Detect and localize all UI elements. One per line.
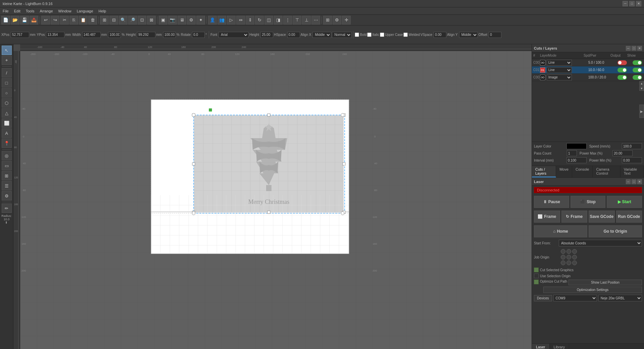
interval-input[interactable] bbox=[566, 157, 587, 163]
layer-row-c00-line[interactable]: C00 00 Line 5.0 / 100.0 bbox=[532, 59, 644, 66]
draw-rect-tool[interactable]: □ bbox=[2, 78, 12, 88]
crosshair-button[interactable]: ✛ bbox=[342, 16, 351, 24]
draw-polygon-tool[interactable]: ⬡ bbox=[2, 98, 12, 108]
screen-button[interactable]: 🖥 bbox=[178, 16, 186, 24]
round-rect-tool[interactable]: ▭ bbox=[2, 161, 12, 170]
path-button[interactable]: ⚙ bbox=[187, 16, 196, 24]
menu-tools[interactable]: Tools bbox=[23, 8, 37, 14]
ungroup-button[interactable]: ⊟ bbox=[109, 16, 118, 24]
hspace-input[interactable] bbox=[287, 32, 300, 38]
cuts-layers-close[interactable]: ✕ bbox=[637, 46, 642, 51]
output-toggle-2[interactable] bbox=[617, 75, 627, 80]
power-max-input[interactable] bbox=[612, 150, 633, 156]
show-toggle-2[interactable] bbox=[633, 75, 642, 80]
origin-dot-ml[interactable] bbox=[561, 255, 565, 259]
rotate-cw-button[interactable]: ↻ bbox=[255, 16, 264, 24]
goto-origin-button[interactable]: Go to Origin bbox=[589, 225, 642, 237]
draw-ellipse-tool[interactable]: ○ bbox=[2, 88, 12, 98]
menu-language[interactable]: Language bbox=[74, 8, 96, 14]
width-pct-input[interactable] bbox=[108, 32, 121, 38]
user1-button[interactable]: 👤 bbox=[208, 16, 217, 24]
tab-library[interactable]: Library bbox=[550, 344, 569, 349]
laser-float[interactable]: □ bbox=[632, 179, 636, 184]
width-input[interactable] bbox=[82, 32, 101, 38]
close-button[interactable]: ✕ bbox=[636, 1, 641, 6]
color-swatch-2[interactable]: 00 bbox=[540, 75, 545, 80]
mode-select-2[interactable]: Image bbox=[547, 74, 572, 80]
new-button[interactable]: 📄 bbox=[1, 16, 10, 24]
show-toggle-1[interactable] bbox=[633, 68, 642, 72]
power-min-input[interactable] bbox=[622, 157, 642, 163]
delete-button[interactable]: 🗑 bbox=[88, 16, 97, 24]
layer-row-c01-line[interactable]: C01 01 Line 10.0 / 60.0 bbox=[532, 66, 644, 74]
nodes-button[interactable]: ✦ bbox=[196, 16, 205, 24]
cuts-layers-float[interactable]: □ bbox=[632, 46, 636, 51]
tab-camera-control[interactable]: Camera Control bbox=[593, 166, 620, 177]
layer-color-picker[interactable] bbox=[566, 143, 587, 149]
pen-tool[interactable]: ✏ bbox=[2, 203, 12, 213]
font-select[interactable]: Arial bbox=[218, 32, 249, 38]
canvas-area[interactable]: -100 -40 40 80 120 160 200 240 -40 0 40 … bbox=[13, 44, 532, 349]
zoom-in-button[interactable]: 🔎 bbox=[128, 16, 137, 24]
settings-button[interactable]: ⚙ bbox=[333, 16, 341, 24]
align-right-button[interactable]: ◨ bbox=[274, 16, 283, 24]
show-toggle-0[interactable] bbox=[633, 60, 642, 65]
origin-dot-tr[interactable] bbox=[572, 249, 577, 254]
frame-button-1[interactable]: ⬜ Frame bbox=[534, 211, 560, 223]
save-gcode-button[interactable]: Save GCode bbox=[589, 211, 615, 223]
cut-button[interactable]: ✂ bbox=[60, 16, 69, 24]
uppercase-check[interactable] bbox=[380, 33, 384, 37]
tab-variable-text[interactable]: Variable Text bbox=[621, 166, 644, 177]
shape-button[interactable]: ▷ bbox=[227, 16, 236, 24]
layer-row-c00-image[interactable]: C00 00 Image 100.0 / 20.0 bbox=[532, 74, 644, 81]
menu-edit[interactable]: Edit bbox=[11, 8, 23, 14]
origin-dot-tl[interactable] bbox=[561, 249, 565, 254]
align-bottom-button[interactable]: ⊥ bbox=[302, 16, 311, 24]
italic-check[interactable] bbox=[367, 33, 371, 37]
home-button[interactable]: ⌂ Home bbox=[534, 225, 587, 237]
laser-minimize[interactable]: ─ bbox=[626, 179, 631, 184]
machine-select[interactable]: Neje 20w GRBL bbox=[598, 295, 642, 301]
menu-file[interactable]: File bbox=[0, 8, 11, 14]
flip-v-button[interactable]: ⇕ bbox=[246, 16, 254, 24]
pause-button[interactable]: ⏸ Pause bbox=[534, 196, 569, 208]
style-select[interactable]: Normal bbox=[332, 32, 352, 38]
work-area[interactable]: Merry Christmas bbox=[20, 51, 532, 349]
laser-close[interactable]: ✕ bbox=[637, 179, 642, 184]
align-x-select[interactable]: Middle bbox=[312, 32, 331, 38]
origin-dot-mr[interactable] bbox=[572, 255, 577, 259]
draw-frame-tool[interactable]: ⬜ bbox=[2, 118, 12, 128]
undo-button[interactable]: ↩ bbox=[41, 16, 50, 24]
offset-input[interactable] bbox=[489, 32, 501, 38]
tab-move[interactable]: Move bbox=[556, 166, 572, 177]
output-toggle-1[interactable] bbox=[617, 68, 627, 72]
text-tool[interactable]: A bbox=[2, 128, 12, 138]
copy-button[interactable]: ⎘ bbox=[69, 16, 78, 24]
grid-button[interactable]: ⊞ bbox=[323, 16, 332, 24]
origin-dot-tc[interactable] bbox=[566, 249, 571, 254]
run-gcode-button[interactable]: Run GCode bbox=[616, 211, 642, 223]
start-button[interactable]: ▶ Start bbox=[607, 196, 642, 208]
origin-dot-mc[interactable] bbox=[566, 255, 571, 259]
menu-help[interactable]: Help bbox=[96, 8, 109, 14]
user2-button[interactable]: 👥 bbox=[217, 16, 226, 24]
cut-selected-indicator[interactable] bbox=[534, 268, 539, 272]
welded-check[interactable] bbox=[403, 33, 408, 37]
tab-console[interactable]: Console bbox=[572, 166, 593, 177]
menu-window[interactable]: Window bbox=[56, 8, 74, 14]
draw-triangle-tool[interactable]: △ bbox=[2, 108, 12, 118]
settings2-tool[interactable]: ⚙ bbox=[2, 191, 12, 200]
layers-tool[interactable]: ☰ bbox=[2, 181, 12, 190]
paste-button[interactable]: 📋 bbox=[79, 16, 88, 24]
save-as-button[interactable]: 📤 bbox=[30, 16, 38, 24]
height-pct-input[interactable] bbox=[163, 32, 176, 38]
flip-h-button[interactable]: ⇔ bbox=[236, 16, 245, 24]
output-toggle-0[interactable] bbox=[617, 60, 627, 65]
circle-tool[interactable]: ◎ bbox=[2, 151, 12, 160]
rotate-input[interactable] bbox=[192, 32, 205, 38]
font-height-input[interactable] bbox=[260, 32, 273, 38]
origin-dot-bc[interactable] bbox=[566, 260, 571, 265]
zoom-fit-button[interactable]: ⊡ bbox=[138, 16, 146, 24]
origin-dot-br[interactable] bbox=[572, 260, 577, 265]
redo-button[interactable]: ↪ bbox=[51, 16, 59, 24]
